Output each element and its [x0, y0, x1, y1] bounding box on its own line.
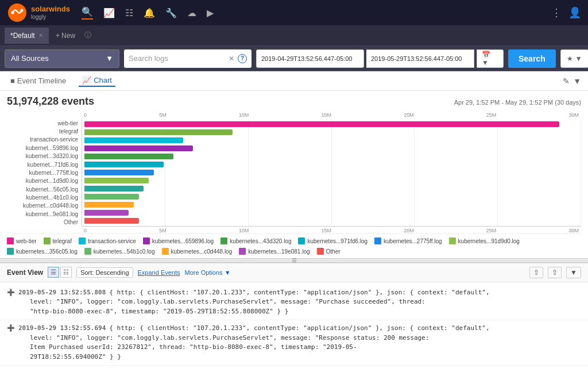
- bar-label: kubernet...1d9d0.log: [7, 178, 78, 184]
- share-button[interactable]: ⇧: [529, 267, 543, 278]
- chart-nav-icon[interactable]: 📈: [103, 7, 115, 18]
- cloud-nav-icon[interactable]: ☁: [187, 7, 196, 18]
- apps-icon[interactable]: ⋮: [551, 6, 562, 19]
- tab-default[interactable]: *Default ✕: [5, 28, 49, 44]
- legend-label: kubernetes...2775ff.log: [384, 238, 442, 244]
- bar: [84, 121, 559, 127]
- more-button[interactable]: ▼: [566, 267, 581, 278]
- info-icon[interactable]: ⓘ: [82, 28, 94, 43]
- log-entry: ➕2019-05-29 13:52:55.808{ http: { client…: [0, 285, 588, 321]
- chart-edit-icon[interactable]: ✎: [563, 76, 570, 86]
- chart-header: 51,974,228 events Apr 29, 1:52 PM - May …: [7, 95, 581, 108]
- bar-label: kubernet...56c05.log: [7, 186, 78, 193]
- tab-event-timeline[interactable]: ■ Event Timeline: [7, 75, 69, 86]
- grid-nav-icon[interactable]: ☷: [125, 7, 133, 18]
- bar-row: [84, 120, 579, 128]
- date-start-input[interactable]: [256, 49, 364, 68]
- legend-item: Other: [317, 248, 341, 255]
- legend-item: telegraf: [44, 237, 72, 244]
- legend-label: kubernetes...659896.log: [152, 238, 214, 244]
- bar-chart: web-tiertelegraftransaction-servicekuber…: [7, 119, 581, 227]
- tab-close-icon[interactable]: ✕: [38, 32, 43, 39]
- legend-color: [298, 237, 305, 244]
- terminal-nav-icon[interactable]: ▶: [207, 7, 214, 18]
- legend-item: kubernetes...c0d448.log: [162, 248, 233, 255]
- bar-row: [84, 177, 579, 185]
- user-icon[interactable]: 👤: [568, 6, 581, 19]
- bar-label: kubernet...59896.log: [7, 145, 78, 151]
- calendar-icon[interactable]: 📅 ▼: [477, 49, 504, 68]
- list-view-icon[interactable]: ☰: [48, 267, 59, 278]
- legend-label: kubernetes...971fd6.log: [307, 238, 368, 244]
- bar-label: Other: [7, 219, 78, 225]
- bar-label: transaction-service: [7, 136, 78, 143]
- clear-search-icon[interactable]: ✕: [229, 55, 234, 63]
- search-button[interactable]: Search: [508, 49, 556, 68]
- date-end-input[interactable]: [366, 49, 474, 68]
- search-help-icon[interactable]: ?: [238, 54, 247, 63]
- log-toggle[interactable]: ➕: [7, 324, 15, 332]
- search-input[interactable]: [129, 54, 225, 63]
- legend-color: [374, 237, 381, 244]
- nav-left: solarwinds loggly 🔍 📈 ☷ 🔔 🔧 ☁ ▶: [7, 2, 214, 23]
- bar-row: [84, 217, 579, 225]
- bar-row: [84, 144, 579, 152]
- grid-view-icon[interactable]: ☷: [60, 267, 72, 278]
- legend-label: kubernetes...91d9d0.log: [458, 238, 520, 244]
- bar-row: [84, 160, 579, 168]
- legend-label: Other: [326, 248, 341, 255]
- chart-toolbar: ■ Event Timeline 📈 Chart ✎ ▼: [0, 71, 588, 91]
- bell-nav-icon[interactable]: 🔔: [144, 7, 155, 18]
- svg-point-2: [21, 9, 24, 12]
- log-entries: ➕2019-05-29 13:52:55.808{ http: { client…: [0, 282, 588, 369]
- log-text-continuation: Item Purchased userId: 23267812", thread…: [7, 343, 581, 352]
- chart-label: Chart: [94, 76, 112, 85]
- star-button[interactable]: ★ ▼: [560, 49, 588, 68]
- bar: [84, 170, 154, 175]
- bar: [84, 194, 139, 200]
- expand-events-button[interactable]: Expand Events: [138, 269, 180, 276]
- top-navigation: solarwinds loggly 🔍 📈 ☷ 🔔 🔧 ☁ ▶ ⋮ 👤: [0, 0, 588, 25]
- bar-row: [84, 185, 579, 193]
- more-options-button[interactable]: More Options ▼: [185, 269, 231, 276]
- source-selector[interactable]: All Sources ▼: [5, 49, 119, 68]
- legend-color: [7, 248, 14, 255]
- legend-item: kubernetes...43d320.log: [220, 237, 291, 244]
- bar-label: kubernet...4b1c0.log: [7, 194, 78, 201]
- bar: [84, 145, 193, 151]
- bottom-axis: 0 5M 10M 15M 20M 25M 30M: [84, 227, 581, 233]
- bar-labels: web-tiertelegraftransaction-servicekuber…: [7, 119, 82, 227]
- sort-dropdown[interactable]: Sort: Descending: [76, 267, 133, 278]
- legend-label: telegraf: [53, 238, 72, 244]
- log-timestamp: 2019-05-29 13:52:55.808: [18, 289, 106, 296]
- bar-chart-wrap: 0 5M 10M 15M 20M 25M 30M web-tiertelegra…: [7, 112, 581, 233]
- event-view: Event View ☰ ☷ Sort: Descending Expand E…: [0, 263, 588, 369]
- log-toggle[interactable]: ➕: [7, 289, 15, 296]
- legend-color: [7, 237, 14, 244]
- log-text-continuation: 29T18:52:55.694000Z" } }: [7, 352, 581, 362]
- tab-new[interactable]: + New: [51, 29, 80, 42]
- search-bar: All Sources ▼ ✕ ? 📅 ▼ Search ★ ▼: [0, 46, 588, 71]
- bar: [84, 154, 173, 159]
- legend-item: kubernetes...2775ff.log: [374, 237, 442, 244]
- chart-more-icon[interactable]: ▼: [573, 76, 581, 86]
- wrench-nav-icon[interactable]: 🔧: [165, 7, 177, 18]
- chart-legend: web-tiertelegraftransaction-servicekuber…: [7, 233, 581, 257]
- legend-label: kubernetes...19e081.log: [248, 248, 310, 255]
- source-label: All Sources: [11, 54, 49, 63]
- export-button[interactable]: ⇧: [548, 267, 562, 278]
- tab-chart[interactable]: 📈 Chart: [79, 75, 115, 87]
- legend-color: [449, 237, 456, 244]
- event-toolbar-right: ⇧ ⇧ ▼: [529, 267, 581, 278]
- log-text-continuation: "http-bio-8080-exec-8", timestamp: "2019…: [7, 307, 581, 317]
- legend-item: kubernetes...356c05.log: [7, 248, 78, 255]
- bar-row: [84, 152, 579, 160]
- search-input-wrap: ✕ ?: [124, 49, 252, 68]
- legend-item: kubernetes...91d9d0.log: [449, 237, 520, 244]
- divider-bar[interactable]: ☰: [0, 258, 588, 263]
- search-nav-icon[interactable]: 🔍: [82, 6, 93, 20]
- source-chevron-icon: ▼: [106, 54, 113, 63]
- legend-item: kubernetes...659896.log: [143, 237, 214, 244]
- bar-row: [84, 136, 579, 144]
- chart-toolbar-right: ✎ ▼: [563, 76, 581, 86]
